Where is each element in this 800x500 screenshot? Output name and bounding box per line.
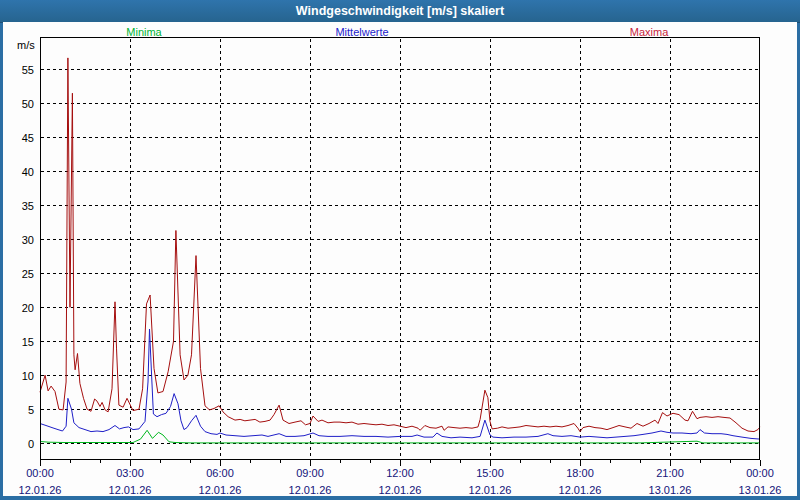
svg-text:06:00: 06:00 bbox=[206, 467, 234, 479]
svg-text:12.01.26: 12.01.26 bbox=[289, 484, 332, 496]
svg-text:25: 25 bbox=[22, 268, 34, 280]
svg-text:15:00: 15:00 bbox=[476, 467, 504, 479]
svg-text:45: 45 bbox=[22, 132, 34, 144]
svg-text:12:00: 12:00 bbox=[386, 467, 414, 479]
svg-text:12.01.26: 12.01.26 bbox=[379, 484, 422, 496]
svg-text:40: 40 bbox=[22, 166, 34, 178]
svg-text:35: 35 bbox=[22, 200, 34, 212]
gridlines bbox=[41, 39, 759, 459]
svg-text:00:00: 00:00 bbox=[746, 467, 774, 479]
svg-text:55: 55 bbox=[22, 64, 34, 76]
svg-text:21:00: 21:00 bbox=[656, 467, 684, 479]
svg-text:0: 0 bbox=[28, 438, 34, 450]
svg-text:12.01.26: 12.01.26 bbox=[109, 484, 152, 496]
y-axis-labels: 0510152025303540455055 bbox=[22, 64, 34, 450]
svg-text:12.01.26: 12.01.26 bbox=[469, 484, 512, 496]
svg-text:13.01.26: 13.01.26 bbox=[649, 484, 692, 496]
svg-text:30: 30 bbox=[22, 234, 34, 246]
chart-window: Windgeschwindigkeit [m/s] skaliert Minim… bbox=[0, 0, 800, 500]
svg-text:13.01.26: 13.01.26 bbox=[739, 484, 782, 496]
svg-text:50: 50 bbox=[22, 98, 34, 110]
svg-text:09:00: 09:00 bbox=[296, 467, 324, 479]
x-axis-ticks bbox=[41, 460, 761, 466]
svg-text:00:00: 00:00 bbox=[26, 467, 54, 479]
svg-text:18:00: 18:00 bbox=[566, 467, 594, 479]
svg-text:03:00: 03:00 bbox=[116, 467, 144, 479]
svg-text:12.01.26: 12.01.26 bbox=[199, 484, 242, 496]
x-axis-labels: 00:0012.01.2603:0012.01.2606:0012.01.260… bbox=[19, 467, 782, 496]
svg-text:15: 15 bbox=[22, 336, 34, 348]
svg-text:20: 20 bbox=[22, 302, 34, 314]
svg-text:10: 10 bbox=[22, 370, 34, 382]
wind-speed-chart: 051015202530354045505500:0012.01.2603:00… bbox=[0, 22, 800, 496]
window-title: Windgeschwindigkeit [m/s] skaliert bbox=[296, 4, 504, 18]
window-titlebar: Windgeschwindigkeit [m/s] skaliert bbox=[0, 0, 800, 23]
svg-text:12.01.26: 12.01.26 bbox=[559, 484, 602, 496]
svg-text:5: 5 bbox=[28, 404, 34, 416]
svg-text:12.01.26: 12.01.26 bbox=[19, 484, 62, 496]
